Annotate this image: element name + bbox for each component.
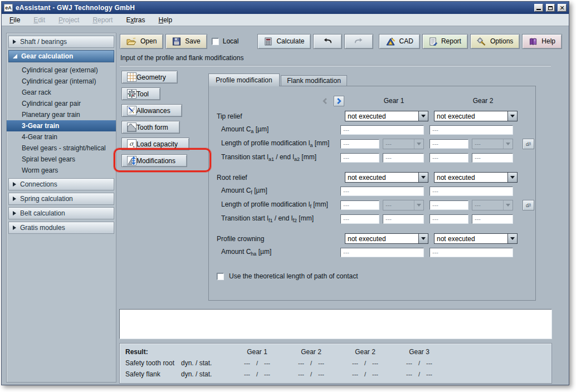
tab-flank-modification[interactable]: Flank modification bbox=[281, 75, 347, 86]
modification-select[interactable]: not executed bbox=[434, 111, 518, 121]
tooth-form-button[interactable]: Tooth form bbox=[121, 121, 180, 134]
value-field[interactable]: --- bbox=[429, 153, 468, 163]
status-text: Input of the profile and flank modificat… bbox=[120, 54, 243, 62]
menu-file[interactable]: File bbox=[9, 16, 20, 24]
sidebar-item-3-gear-train[interactable]: 3-Gear train bbox=[7, 120, 116, 131]
sidebar-item-bevel-gears[interactable]: Bevel gears - straight/helical bbox=[8, 143, 114, 154]
chevron-down-icon bbox=[507, 173, 517, 182]
sidebar-section-connections[interactable]: Connections bbox=[8, 178, 114, 190]
maximize-button[interactable] bbox=[546, 4, 555, 12]
value-field[interactable]: --- bbox=[340, 153, 379, 163]
value-field[interactable]: --- bbox=[429, 125, 513, 135]
titlebar[interactable]: eA eAssistant - GWJ Technology GmbH ✕ bbox=[2, 2, 569, 14]
menu-extras[interactable]: Extras bbox=[126, 16, 145, 24]
sidebar-item-worm-gears[interactable]: Worm gears bbox=[8, 165, 114, 176]
gear-cell: ------ bbox=[429, 139, 513, 149]
value-field[interactable]: --- bbox=[472, 214, 513, 224]
sidebar-item-cylindrical-gear-external[interactable]: Cylindrical gear (external) bbox=[8, 65, 114, 76]
allowances-button[interactable]: Allowances bbox=[121, 104, 182, 117]
help-button[interactable]: Help bbox=[522, 34, 562, 49]
sidebar-item-spiral-bevel-gears[interactable]: Spiral bevel gears bbox=[8, 154, 114, 165]
app-icon: eA bbox=[4, 4, 13, 12]
menu-help[interactable]: Help bbox=[158, 16, 172, 24]
result-col-gear1: Gear 1 bbox=[230, 346, 284, 357]
sidebar-item-4-gear-train[interactable]: 4-Gear train bbox=[8, 131, 114, 143]
chevron-down-icon bbox=[418, 111, 428, 121]
sidebar-section-gear-calculation[interactable]: Gear calculation bbox=[8, 50, 114, 62]
modification-select[interactable]: not executed bbox=[345, 111, 428, 121]
theoretical-length-row: Use the theoretical length of path of co… bbox=[217, 272, 535, 280]
dl-toggle-button[interactable]: d/l bbox=[523, 139, 534, 149]
value-field[interactable]: --- bbox=[429, 214, 468, 224]
value-field[interactable]: --- bbox=[383, 153, 424, 163]
value-field[interactable]: --- bbox=[429, 248, 513, 257]
value-field[interactable]: --- bbox=[340, 248, 424, 257]
modification-select[interactable]: not executed bbox=[345, 172, 428, 183]
redo-button bbox=[344, 34, 373, 49]
result-panel: Result: Gear 1 Gear 2 Gear 2 Gear 3 Safe… bbox=[119, 343, 552, 384]
form-row-label: Transition start lf1 / end lf2 [mm] bbox=[217, 214, 340, 223]
sigma-x-icon: σx bbox=[127, 139, 136, 149]
result-col-gear2b: Gear 2 bbox=[338, 346, 392, 357]
value-field[interactable]: --- bbox=[383, 214, 424, 224]
options-tools-icon bbox=[477, 37, 486, 46]
modification-select[interactable]: not executed bbox=[345, 233, 428, 244]
close-button[interactable]: ✕ bbox=[558, 4, 567, 12]
collapsed-arrow-icon bbox=[13, 211, 16, 215]
application-window: eA eAssistant - GWJ Technology GmbH ✕ Fi… bbox=[1, 1, 569, 385]
sidebar-section-spring-calculation[interactable]: Spring calculation bbox=[8, 193, 114, 205]
result-row-label: Safety tooth root bbox=[125, 357, 181, 369]
undo-button[interactable] bbox=[313, 34, 342, 49]
geometry-button[interactable]: Geometry bbox=[121, 71, 178, 84]
value-field[interactable]: --- bbox=[472, 153, 513, 163]
form-row-label: Profile crowning bbox=[217, 235, 345, 243]
sidebar-section-belt-calculation[interactable]: Belt calculation bbox=[8, 207, 114, 219]
dl-toggle-button[interactable]: d/l bbox=[523, 200, 534, 210]
sidebar-item-cylindrical-gear-pair[interactable]: Cylindrical gear pair bbox=[8, 98, 114, 109]
load-capacity-button[interactable]: σx Load capacity bbox=[121, 138, 189, 150]
maximize-icon bbox=[548, 6, 553, 10]
modification-select[interactable]: not executed bbox=[434, 233, 518, 244]
chevron-left-icon bbox=[322, 98, 328, 104]
sidebar-item-planetary-gear-train[interactable]: Planetary gear train bbox=[8, 109, 114, 120]
tooth-form-icon bbox=[127, 122, 136, 132]
sidebar-section-shaft-bearings[interactable]: Shaft / bearings bbox=[8, 36, 114, 48]
theoretical-length-checkbox[interactable] bbox=[217, 273, 224, 280]
main-area: Open Save Local Calculate bbox=[118, 26, 565, 385]
modification-select[interactable]: not executed bbox=[434, 172, 518, 183]
result-mode-label: dyn. / stat. bbox=[181, 369, 230, 380]
value-field[interactable]: --- bbox=[340, 214, 379, 224]
open-button[interactable]: Open bbox=[120, 34, 163, 49]
value-field[interactable]: --- bbox=[340, 200, 379, 210]
modifications-button[interactable]: Modifications bbox=[121, 154, 187, 167]
value-field[interactable]: --- bbox=[340, 187, 424, 196]
chevron-right-icon bbox=[336, 98, 342, 104]
tool-button[interactable]: Tool bbox=[121, 87, 160, 100]
calculate-button[interactable]: Calculate bbox=[257, 34, 311, 49]
result-value: ---/--- bbox=[392, 357, 446, 369]
result-col-gear3: Gear 3 bbox=[392, 346, 446, 357]
sidebar-item-gear-rack[interactable]: Gear rack bbox=[8, 87, 114, 98]
value-field[interactable]: --- bbox=[429, 139, 468, 149]
form-row-label: Transition start la1 / end la2 [mm] bbox=[217, 153, 340, 162]
value-field[interactable]: --- bbox=[429, 187, 513, 196]
cad-button[interactable]: CAD bbox=[379, 34, 420, 49]
next-gear-button[interactable] bbox=[334, 96, 344, 106]
minimize-button[interactable] bbox=[534, 4, 543, 12]
tab-profile-modification[interactable]: Profile modification bbox=[208, 74, 280, 86]
options-button[interactable]: Options bbox=[470, 34, 520, 49]
value-field[interactable]: --- bbox=[340, 125, 424, 135]
form-row-label: Tip relief bbox=[217, 112, 345, 120]
chevron-down-icon bbox=[503, 139, 512, 149]
save-button[interactable]: Save bbox=[165, 34, 207, 49]
result-row-label: Safety flank bbox=[125, 369, 181, 380]
sidebar-item-cylindrical-gear-internal[interactable]: Cylindrical gear (internal) bbox=[8, 76, 114, 87]
report-button[interactable]: Report bbox=[422, 34, 468, 49]
sidebar-section-gratis-modules[interactable]: Gratis modules bbox=[8, 222, 114, 234]
modification-select: --- bbox=[472, 200, 513, 210]
value-field[interactable]: --- bbox=[429, 200, 468, 210]
menu-edit: Edit bbox=[33, 16, 45, 24]
value-field[interactable]: --- bbox=[340, 139, 379, 149]
gear2-header: Gear 2 bbox=[441, 97, 525, 105]
local-checkbox[interactable] bbox=[212, 38, 219, 45]
